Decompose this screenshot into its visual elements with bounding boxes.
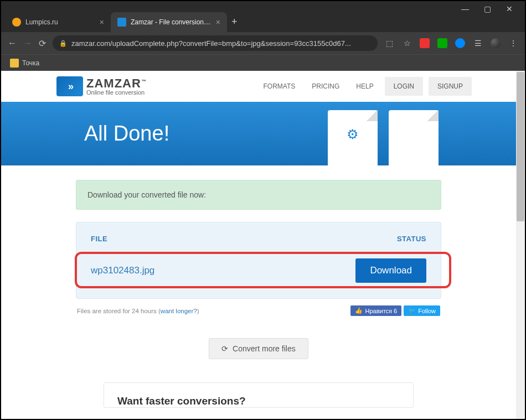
- minimize-button[interactable]: —: [454, 4, 476, 13]
- hero-banner: All Done! ⚙: [1, 102, 516, 165]
- success-alert: Download your converted file now:: [76, 180, 441, 210]
- hero-decoration: ⚙: [328, 110, 439, 165]
- panel-header: FILE STATUS: [91, 235, 426, 243]
- bookmark-folder-icon: [10, 59, 19, 68]
- close-icon[interactable]: ×: [100, 18, 104, 27]
- reload-button[interactable]: ⟳: [39, 38, 46, 49]
- gear-icon: ⚙: [347, 127, 359, 142]
- scrollbar-thumb[interactable]: [517, 72, 524, 221]
- twitter-follow-button[interactable]: 🐦 Follow: [404, 305, 440, 316]
- nav-pricing[interactable]: PRICING: [306, 78, 345, 95]
- extension-opera[interactable]: [420, 38, 430, 48]
- browser-titlebar: Lumpics.ru × Zamzar - File conversion pr…: [1, 1, 525, 32]
- forward-button: →: [23, 38, 32, 48]
- nav-signup[interactable]: SIGNUP: [429, 77, 472, 96]
- scrollbar[interactable]: [516, 71, 525, 419]
- star-icon[interactable]: ☆: [402, 38, 412, 48]
- favicon-lumpics: [12, 18, 21, 27]
- want-longer-link[interactable]: want longer?: [161, 308, 197, 314]
- file-icon: [389, 110, 439, 165]
- refresh-icon: ⟳: [221, 344, 228, 353]
- site-header: » ZAMZAR™ Online file conversion FORMATS…: [1, 71, 516, 102]
- social-buttons: 👍 Нравится 6 🐦 Follow: [350, 305, 440, 316]
- nav-help[interactable]: HELP: [350, 78, 379, 95]
- storage-note: Files are stored for 24 hours (want long…: [77, 305, 440, 316]
- toolbar-extensions: ⬚ ☆ ☰ ⋮: [384, 38, 518, 48]
- menu-icon[interactable]: ⋮: [508, 38, 518, 48]
- maximize-button[interactable]: ▢: [476, 4, 498, 13]
- favicon-zamzar: [117, 18, 126, 27]
- tab-zamzar[interactable]: Zamzar - File conversion progres ×: [111, 12, 227, 32]
- extension-green[interactable]: [437, 38, 447, 48]
- bookmark-item[interactable]: Точка: [22, 59, 39, 67]
- browser-toolbar: ← → ⟳ 🔒 zamzar.com/uploadComplete.php?co…: [1, 32, 525, 54]
- address-bar[interactable]: 🔒 zamzar.com/uploadComplete.php?convertF…: [53, 35, 378, 51]
- lock-icon: 🔒: [59, 40, 67, 47]
- main-content: Download your converted file now: FILE S…: [70, 180, 447, 408]
- logo-icon: »: [56, 76, 83, 96]
- profile-avatar[interactable]: [491, 38, 501, 48]
- download-button[interactable]: Download: [355, 258, 426, 283]
- faster-conversions-panel: Want faster conversions?: [104, 382, 414, 408]
- col-status: STATUS: [397, 235, 426, 243]
- nav-login[interactable]: LOGIN: [385, 77, 423, 96]
- main-nav: FORMATS PRICING HELP LOGIN SIGNUP: [257, 77, 472, 96]
- nav-formats[interactable]: FORMATS: [257, 78, 301, 95]
- close-button[interactable]: ✕: [498, 4, 520, 13]
- bookmarks-bar: Точка: [1, 54, 525, 71]
- file-row: wp3102483.jpg Download: [91, 258, 426, 291]
- download-panel: FILE STATUS wp3102483.jpg Download: [76, 222, 441, 299]
- url-text: zamzar.com/uploadComplete.php?convertFil…: [71, 39, 351, 48]
- logo-text: ZAMZAR™ Online file conversion: [86, 77, 147, 96]
- new-tab-button[interactable]: +: [227, 16, 242, 28]
- filename-link[interactable]: wp3102483.jpg: [91, 265, 154, 276]
- tab-title: Lumpics.ru: [25, 18, 95, 26]
- tab-title: Zamzar - File conversion progres: [131, 18, 212, 26]
- file-icon: ⚙: [328, 110, 378, 165]
- tab-lumpics[interactable]: Lumpics.ru ×: [6, 12, 111, 32]
- faster-heading: Want faster conversions?: [117, 395, 400, 407]
- facebook-like-button[interactable]: 👍 Нравится 6: [350, 305, 401, 316]
- close-icon[interactable]: ×: [216, 18, 220, 27]
- window-controls: — ▢ ✕: [454, 1, 520, 13]
- translate-icon[interactable]: ⬚: [384, 38, 394, 48]
- back-button[interactable]: ←: [8, 38, 17, 48]
- reading-list-icon[interactable]: ☰: [473, 38, 483, 48]
- convert-more-button[interactable]: ⟳ Convert more files: [209, 338, 308, 359]
- col-file: FILE: [91, 235, 107, 243]
- hero-title: All Done!: [84, 122, 169, 146]
- extension-blue[interactable]: [455, 38, 465, 48]
- logo[interactable]: » ZAMZAR™ Online file conversion: [56, 76, 147, 96]
- page-viewport: » ZAMZAR™ Online file conversion FORMATS…: [1, 71, 525, 419]
